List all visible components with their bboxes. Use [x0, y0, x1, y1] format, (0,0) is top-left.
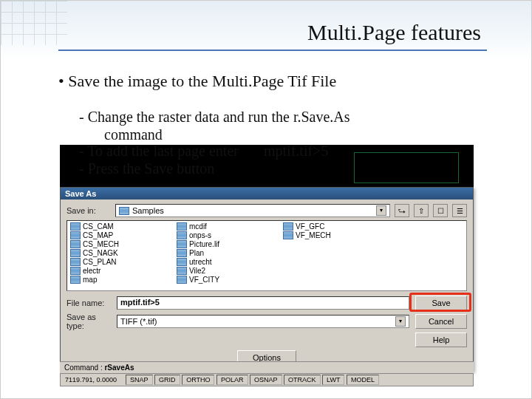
file-label: Picture.lif: [189, 240, 219, 248]
file-icon: [70, 267, 81, 275]
file-label: CS_MAP: [83, 231, 113, 239]
file-icon: [177, 222, 187, 231]
file-icon: [70, 258, 81, 266]
save-type-label: Save as type:: [66, 313, 111, 330]
file-label: CS_MECH: [83, 240, 119, 248]
main-bullet: • Save the image to the Multi.Page Tif F…: [58, 72, 336, 91]
list-item[interactable]: CS_MAP: [69, 231, 165, 239]
status-toggle-snap[interactable]: SNAP: [126, 375, 153, 385]
file-icon: [177, 231, 187, 239]
command-label: Command :: [64, 364, 104, 372]
chevron-down-icon[interactable]: ▾: [395, 316, 406, 327]
status-toggle-polar[interactable]: POLAR: [216, 375, 248, 385]
list-item[interactable]: onps-s: [175, 231, 271, 239]
file-label: VF_GFC: [296, 222, 324, 231]
file-label: CS_PLAN: [83, 258, 117, 266]
file-label: VF_MECH: [296, 231, 331, 239]
file-label: map: [83, 276, 97, 284]
status-toggle-grid[interactable]: GRID: [154, 375, 180, 385]
file-label: Plan: [189, 249, 204, 257]
views-icon[interactable]: ☰: [452, 204, 467, 217]
file-label: utrecht: [189, 258, 212, 266]
list-item[interactable]: CS_CAM: [69, 222, 165, 231]
file-icon: [70, 231, 81, 239]
list-item[interactable]: VF_MECH: [282, 231, 378, 239]
sub-bullet-2: - To add the last page enter: [79, 143, 239, 160]
save-type-combo[interactable]: TIFF (*.tif) ▾: [117, 315, 409, 328]
command-value: rSaveAs: [104, 364, 134, 372]
file-list[interactable]: CS_CAMCS_MAPCS_MECHCS_NAGKCS_PLANelectrm…: [66, 220, 467, 291]
up-folder-icon[interactable]: ⇧: [414, 204, 429, 217]
list-item[interactable]: Picture.lif: [175, 240, 271, 248]
save-in-combo[interactable]: Samples ▾: [115, 204, 390, 217]
file-label: Vile2: [189, 267, 205, 275]
command-line[interactable]: Command : rSaveAs: [60, 361, 474, 373]
sub-bullet-2-filename: mptif.tif>5: [264, 143, 328, 160]
list-item[interactable]: Vile2: [175, 267, 271, 275]
status-toggle-osnap[interactable]: OSNAP: [250, 375, 282, 385]
file-icon: [177, 258, 187, 266]
file-icon: [177, 249, 187, 257]
file-label: electr: [83, 267, 100, 275]
file-icon: [177, 276, 187, 284]
save-in-label: Save in:: [66, 206, 111, 215]
list-item[interactable]: CS_MECH: [69, 240, 165, 248]
title-underline: [58, 50, 487, 51]
file-icon: [177, 240, 187, 248]
status-bar: 7119.791, 0.0000 SNAP GRID ORTHO POLAR O…: [60, 373, 474, 386]
cancel-button[interactable]: Cancel: [415, 314, 467, 329]
slide-title: Multi.Page features: [307, 20, 481, 45]
list-item[interactable]: VF_GFC: [282, 222, 378, 231]
file-name-input[interactable]: mptif.tif>5: [117, 296, 409, 310]
save-in-value: Samples: [132, 206, 164, 215]
sub-bullet-3: - Press the Save button: [79, 160, 214, 177]
dialog-titlebar: Save As: [61, 188, 473, 200]
file-label: VF_CITY: [189, 276, 219, 284]
status-toggle-ortho[interactable]: ORTHO: [182, 375, 214, 385]
status-toggle-model[interactable]: MODEL: [347, 375, 379, 385]
file-icon: [70, 249, 81, 257]
folder-icon: [119, 207, 129, 215]
file-icon: [70, 222, 81, 231]
status-toggle-lwt[interactable]: LWT: [322, 375, 344, 385]
new-folder-icon[interactable]: ☐: [433, 204, 448, 217]
help-button[interactable]: Help: [415, 332, 467, 347]
file-icon: [283, 222, 293, 231]
file-label: onps-s: [189, 231, 211, 239]
coordinates: 7119.791, 0.0000: [64, 375, 123, 384]
file-icon: [283, 231, 293, 239]
sub-bullet-1-cont: command: [104, 126, 163, 143]
file-icon: [70, 276, 81, 284]
file-label: CS_CAM: [83, 222, 114, 231]
save-as-dialog: Save As Save in: Samples ▾ ⮑ ⇧ ☐ ☰ CS_CA…: [60, 187, 474, 372]
list-item[interactable]: electr: [69, 267, 165, 275]
chevron-down-icon[interactable]: ▾: [376, 205, 386, 216]
list-item[interactable]: VF_CITY: [175, 276, 271, 284]
sub-bullet-1: - Change the raster data and run the r.S…: [79, 109, 449, 126]
file-icon: [70, 240, 81, 248]
list-item[interactable]: CS_NAGK: [69, 249, 165, 257]
list-item[interactable]: CS_PLAN: [69, 258, 165, 266]
list-item[interactable]: map: [69, 276, 165, 284]
save-type-value: TIFF (*.tif): [120, 317, 157, 326]
file-name-label: File name:: [66, 299, 111, 307]
file-icon: [177, 267, 187, 275]
back-icon[interactable]: ⮑: [395, 204, 409, 217]
file-label: CS_NAGK: [83, 249, 118, 257]
status-toggle-otrack[interactable]: OTRACK: [284, 375, 321, 385]
list-item[interactable]: mcdif: [175, 222, 271, 231]
list-item[interactable]: utrecht: [175, 258, 271, 266]
file-label: mcdif: [189, 222, 207, 231]
list-item[interactable]: Plan: [175, 249, 271, 257]
save-button[interactable]: Save: [415, 296, 467, 310]
